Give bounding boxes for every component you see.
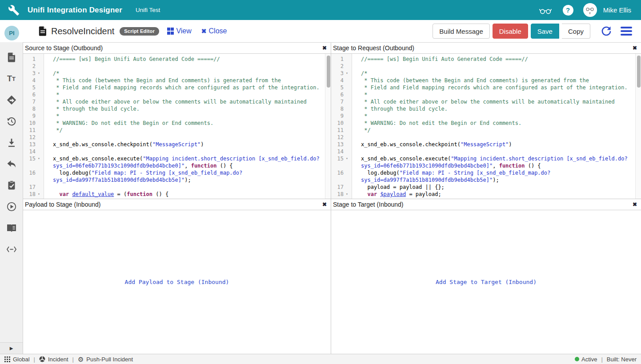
wrench-icon[interactable] (8, 4, 20, 16)
app-subtitle: Unifi Test (136, 7, 160, 13)
editor-scrollbar[interactable] (325, 54, 331, 199)
disable-button[interactable]: Disable (493, 24, 528, 39)
code-text: * Field and Field mapping records which … (44, 84, 320, 91)
copy-button[interactable]: Copy (562, 24, 590, 39)
scrollbar-thumb[interactable] (637, 56, 641, 88)
code-line: 8 * through the build cycle. (23, 105, 331, 112)
sidebar-download-icon[interactable] (6, 137, 17, 148)
code-line: 3▾/* (331, 70, 641, 77)
panel-header: Stage to Request (Outbound) ✖ (331, 43, 641, 54)
code-text: * through the build cycle. (352, 105, 448, 112)
code-line: 17 (23, 184, 331, 191)
footer-table[interactable]: Incident (39, 356, 68, 363)
record-avatar[interactable]: PI (4, 26, 19, 40)
fold-spacer (36, 112, 44, 120)
code-text: sys_id=06fe6b771b193c1090dfdb9ebd4bcbe0]… (44, 162, 233, 169)
code-text: * WARNING: Do not edit the Begin or End … (44, 120, 213, 127)
scrollbar-thumb[interactable] (327, 56, 330, 88)
fold-spacer (36, 148, 44, 155)
code-text: /* (44, 70, 59, 77)
fold-spacer (36, 120, 44, 127)
active-status-icon (575, 357, 579, 361)
code-line: sys_id=06fe6b771b193c1090dfdb9ebd4bcbe0]… (23, 162, 331, 169)
sidebar: TT ▶ (0, 42, 23, 354)
fold-marker-icon[interactable]: ▾ (36, 191, 44, 198)
panel-close-icon[interactable]: ✖ (322, 201, 327, 208)
panel-close-icon[interactable]: ✖ (633, 201, 637, 208)
avatar[interactable] (583, 3, 597, 17)
footer-scope[interactable]: Global (4, 356, 30, 363)
code-line: 2 (331, 63, 641, 70)
line-number: 3 (331, 70, 344, 77)
line-number: 16 (23, 169, 36, 176)
help-button[interactable]: ? (563, 5, 573, 16)
code-editor[interactable]: 1//===== [ws] Begin Unifi Auto Generated… (23, 54, 331, 199)
user-name[interactable]: Mike Ellis (603, 6, 631, 14)
code-line: 6 * (331, 91, 641, 98)
menu-button[interactable] (621, 27, 632, 36)
integration-label: Push-Pull Incident (86, 356, 133, 363)
code-line: 3▾/* (23, 70, 331, 77)
code-text (44, 148, 53, 155)
sidebar-history-icon[interactable] (6, 116, 17, 127)
glasses-icon[interactable] (538, 5, 553, 16)
fold-marker-icon[interactable]: ▾ (36, 155, 44, 162)
editor-scrollbar[interactable] (635, 54, 641, 199)
line-number (331, 162, 344, 169)
line-number: 4 (331, 77, 344, 84)
panel-close-icon[interactable]: ✖ (322, 45, 327, 51)
footer-separator (30, 356, 39, 363)
fold-spacer (344, 105, 352, 112)
script-editor-grid: Source to Stage (Outbound) ✖ 1//===== [w… (23, 42, 641, 354)
body-row: TT ▶ Source (0, 42, 641, 354)
add-stage-to-target-link[interactable]: Add Stage to Target (Inbound) (436, 279, 537, 285)
sidebar-reply-icon[interactable] (6, 159, 17, 169)
help-icon: ? (566, 6, 570, 14)
sidebar-play-icon[interactable] (6, 201, 17, 212)
refresh-button[interactable] (601, 26, 612, 36)
panel-stage-to-request: Stage to Request (Outbound) ✖ 1//===== [… (331, 43, 641, 199)
view-button[interactable]: View (167, 27, 192, 35)
fold-spacer (344, 84, 352, 91)
grid-icon (4, 356, 10, 362)
fold-spacer (36, 162, 44, 169)
save-button[interactable]: Save (531, 24, 559, 39)
fold-marker-icon[interactable]: ▾ (344, 70, 352, 77)
code-line: 5 * Field and Field mapping records whic… (331, 84, 641, 91)
code-text (352, 148, 361, 155)
code-text: * All code either above or below the com… (44, 98, 307, 105)
line-number: 14 (23, 148, 36, 155)
panel-source-to-stage: Source to Stage (Outbound) ✖ 1//===== [w… (23, 43, 331, 199)
sidebar-text-format-icon[interactable]: TT (6, 73, 17, 84)
code-text: x_snd_eb.ws_console.checkpoint("MessageS… (44, 141, 204, 148)
code-text (44, 63, 53, 70)
code-line: 1//===== [ws] Begin Unifi Auto Generated… (23, 56, 331, 63)
sidebar-code-icon[interactable] (6, 244, 17, 255)
sidebar-book-icon[interactable] (6, 223, 17, 233)
line-number: 3 (23, 70, 36, 77)
sidebar-document-icon[interactable] (6, 52, 17, 63)
sidebar-send-icon[interactable] (6, 95, 17, 105)
code-line: 8 * through the build cycle. (331, 105, 641, 112)
sidebar-expand-button[interactable]: ▶ (0, 342, 23, 354)
footer-integration[interactable]: ⚙ Push-Pull Incident (78, 356, 133, 363)
close-record-button[interactable]: ✖ Close (201, 27, 227, 35)
fold-spacer (344, 134, 352, 141)
fold-marker-icon[interactable]: ▾ (344, 191, 352, 198)
sidebar-tasks-icon[interactable] (6, 180, 17, 191)
code-text: * This code (between the Begin and End c… (352, 77, 589, 84)
code-text: payload = payload || {}; (352, 184, 445, 191)
build-message-button[interactable]: Build Message (433, 24, 489, 39)
line-number: 6 (331, 91, 344, 98)
fold-spacer (344, 120, 352, 127)
code-line: 7 * All code either above or below the c… (331, 98, 641, 105)
code-editor[interactable]: 1//===== [ws] Begin Unifi Auto Generated… (331, 54, 641, 199)
fold-marker-icon[interactable]: ▾ (344, 155, 352, 162)
line-number: 13 (331, 141, 344, 148)
panel-close-icon[interactable]: ✖ (633, 45, 637, 51)
code-text: //===== [ws] Begin Unifi Auto Generated … (44, 56, 220, 63)
add-payload-to-stage-link[interactable]: Add Payload to Stage (Inbound) (125, 279, 229, 285)
line-number: 7 (23, 98, 36, 105)
code-line: 13x_snd_eb.ws_console.checkpoint("Messag… (23, 141, 331, 148)
fold-marker-icon[interactable]: ▾ (36, 70, 44, 77)
